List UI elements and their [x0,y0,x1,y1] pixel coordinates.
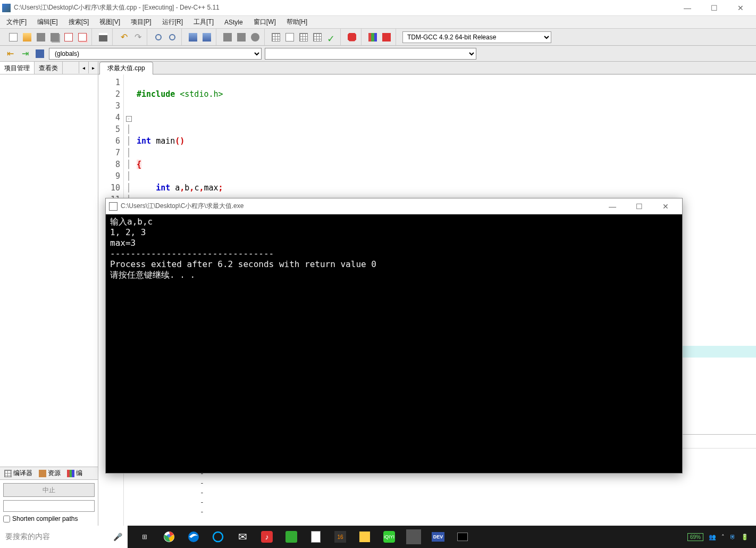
close-all-button[interactable] [77,31,88,43]
minimize-button[interactable]: — [679,4,695,12]
menu-project[interactable]: 项目[P] [128,16,155,28]
menu-window[interactable]: 窗口[W] [250,16,279,28]
netease-music-icon[interactable]: ♪ [259,529,274,544]
running-app-icon[interactable] [406,529,421,544]
console-maximize-button[interactable]: ☐ [631,202,647,211]
new-file-button[interactable] [7,31,19,43]
tray-battery-icon[interactable]: 🔋 [741,534,749,541]
print-button[interactable] [97,31,109,43]
devcpp-taskbar-icon[interactable]: DEV [431,529,446,544]
tab-project-manager[interactable]: 项目管理 [0,62,35,74]
console-title: C:\Users\江\Desktop\C小程序\求最大值.exe [121,202,604,211]
menu-help[interactable]: 帮助[H] [283,16,310,28]
function-scope-select[interactable] [265,48,476,60]
mail-icon[interactable]: ✉ [235,529,250,544]
sticky-notes-icon[interactable] [357,529,372,544]
console-output[interactable]: 输入a,b,c 1, 2, 3 max=3 ------------------… [106,214,682,283]
rebuild-button[interactable] [312,31,323,43]
fold-toggle-icon[interactable]: - [126,116,132,122]
app-icon [2,4,11,12]
windows-taskbar: 要搜索的内容 🎤 ⊞ ✉ ♪ 16 iQIYI DEV 69% 👥 ˄ ⛨ 🔋 [0,526,756,548]
compile-command-input[interactable] [3,500,95,512]
open-file-button[interactable] [21,31,33,43]
redo-button[interactable]: ↷ [132,31,144,43]
mic-icon[interactable]: 🎤 [113,533,122,541]
run-button[interactable] [284,31,296,43]
compiler-selector[interactable]: TDM-GCC 4.9.2 64-bit Release [402,31,551,43]
people-icon[interactable]: 👥 [709,534,716,541]
menu-edit[interactable]: 编辑[E] [34,16,61,28]
main-toolbar: ↶ ↷ ✓ TDM-GCC 4.9.2 64-bit Release [0,29,756,46]
console-titlebar[interactable]: C:\Users\江\Desktop\C小程序\求最大值.exe — ☐ ✕ [106,198,682,214]
goto-back-button[interactable]: ⇤ [4,48,16,60]
system-tray[interactable]: 69% 👥 ˄ ⛨ 🔋 [687,533,756,541]
profile-analysis-button[interactable] [367,31,379,43]
undo-button[interactable]: ↶ [118,31,130,43]
editor-tab[interactable]: 求最大值.cpp [99,62,153,74]
delete-profiling-button[interactable] [381,31,392,43]
console-icon [109,202,117,211]
save-all-button[interactable] [49,31,61,43]
battery-indicator[interactable]: 69% [687,533,703,541]
menu-bar: 文件[F] 编辑[E] 搜索[S] 视图[V] 项目[P] 运行[R] 工具[T… [0,16,756,29]
bottom-tab-compile-log[interactable]: 编 [65,468,85,479]
tray-chevron-icon[interactable]: ˄ [721,534,725,541]
close-button[interactable]: ✕ [733,4,749,12]
menu-search[interactable]: 搜索[S] [65,16,93,28]
menu-run[interactable]: 运行[R] [159,16,186,28]
window-titlebar: C:\Users\江\Desktop\C小程序\求最大值.cpp - [Exec… [0,0,756,16]
window-title: C:\Users\江\Desktop\C小程序\求最大值.cpp - [Exec… [14,3,679,12]
sublime-icon[interactable]: 16 [333,529,348,544]
evernote-icon[interactable] [284,529,299,544]
tab-class-browser[interactable]: 查看类 [35,62,63,74]
project-tree[interactable] [0,74,98,467]
debug-button[interactable] [222,31,233,43]
left-panel: 项目管理 查看类 ◂ ▸ 编译器 资源 编 中止 Shorten compile… [0,62,98,526]
security-icon[interactable]: ⛨ [730,534,736,540]
shorten-paths-checkbox[interactable] [3,516,10,522]
goto-bookmark-button[interactable] [201,31,213,43]
stop-button[interactable] [236,31,247,43]
iqiyi-icon[interactable]: iQIYI [382,529,397,544]
compile-run-button[interactable] [298,31,309,43]
shorten-paths-label: Shorten compiler paths [12,515,78,522]
step-button[interactable] [249,31,261,43]
left-tab-prev[interactable]: ◂ [79,62,88,73]
chrome-icon[interactable] [162,529,177,544]
cortana-icon[interactable] [211,529,225,544]
goto-forward-button[interactable]: ⇥ [19,48,31,60]
syntax-check-button[interactable]: ✓ [325,31,337,43]
abort-button[interactable]: 中止 [3,483,95,497]
console-taskbar-icon[interactable] [455,529,470,544]
search-placeholder: 要搜索的内容 [5,532,50,542]
delete-profile-button[interactable] [346,31,358,43]
menu-astyle[interactable]: AStyle [221,18,246,27]
maximize-button[interactable]: ☐ [706,4,722,12]
bottom-tab-resources[interactable]: 资源 [37,468,63,479]
scope-toolbar: ⇤ ⇥ (globals) [0,46,756,62]
left-tab-next[interactable]: ▸ [88,62,98,73]
edge-icon[interactable] [186,529,201,544]
console-minimize-button[interactable]: — [604,202,620,211]
toggle-bookmark-button[interactable] [187,31,199,43]
replace-button[interactable] [166,31,178,43]
menu-file[interactable]: 文件[F] [3,16,30,28]
compile-button[interactable] [270,31,282,43]
svg-point-3 [213,532,223,542]
find-button[interactable] [153,31,164,43]
menu-view[interactable]: 视图[V] [96,16,123,28]
class-scope-select[interactable]: (globals) [49,48,262,60]
taskbar-search[interactable]: 要搜索的内容 🎤 [0,526,128,548]
close-file-button[interactable] [63,31,74,43]
save-button[interactable] [35,31,47,43]
bottom-tab-compiler[interactable]: 编译器 [2,468,35,479]
task-view-icon[interactable]: ⊞ [137,529,152,544]
console-window[interactable]: C:\Users\江\Desktop\C小程序\求最大值.exe — ☐ ✕ 输… [105,198,683,474]
console-close-button[interactable]: ✕ [658,202,674,211]
menu-tools[interactable]: 工具[T] [190,16,217,28]
goto-line-button[interactable] [34,48,46,60]
notepad-icon[interactable] [308,529,323,544]
